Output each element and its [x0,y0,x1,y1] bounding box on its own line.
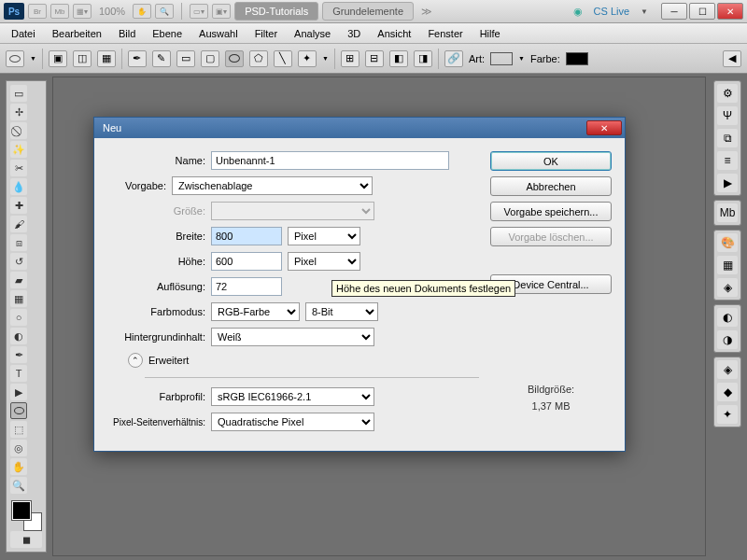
breite-unit-select[interactable]: Pixel [288,227,360,245]
minimize-button[interactable]: ─ [661,3,687,20]
workspace-tab-2[interactable]: Grundelemente [322,2,414,21]
path-select-icon[interactable]: ▶ [10,384,27,400]
history-panel-icon[interactable]: ≡ [717,151,738,170]
healing-tool-icon[interactable]: ✚ [10,197,27,214]
wand-tool-icon[interactable]: ✨ [10,141,27,158]
vorgabe-loeschen-button[interactable]: Vorgabe löschen... [490,227,612,246]
crop-tool-icon[interactable]: ✂ [10,160,27,176]
zoom-tool-icon[interactable]: 🔍 [155,4,174,19]
adjust2-panel-icon[interactable]: ◑ [717,330,738,349]
hand-tool-icon[interactable]: ✋ [133,4,151,19]
channels-panel-icon[interactable]: ◆ [717,383,738,401]
hand-tool-icon[interactable]: ✋ [10,458,27,475]
workspace-tab-psd[interactable]: PSD-Tutorials [234,2,318,21]
swatches-panel-icon[interactable]: ▦ [717,256,738,274]
farbmodus-bit-select[interactable]: 8-Bit [305,302,378,321]
bridge-icon[interactable]: Br [28,4,47,19]
menu-bearbeiten[interactable]: Bearbeiten [45,25,109,42]
chevron-down-icon[interactable]: ▼ [518,55,525,62]
vorgabe-select[interactable]: Zwischenablage [172,176,373,195]
blur-tool-icon[interactable]: ○ [10,309,27,326]
stamp-tool-icon[interactable]: ⧇ [10,234,27,251]
lasso-tool-icon[interactable]: ⃠ [10,122,27,139]
menu-ansicht[interactable]: Ansicht [370,25,418,42]
custom-shape-icon[interactable]: ✦ [298,50,317,67]
adjustments-panel-icon[interactable]: ⚙ [717,84,738,103]
clonesrc-panel-icon[interactable]: ⧉ [717,129,738,147]
combine-intersect-icon[interactable]: ◧ [389,50,408,67]
shape-tool-icon[interactable] [10,402,27,419]
polygon-shape-icon[interactable]: ⬠ [249,50,268,67]
paths-icon[interactable]: ◫ [73,50,92,67]
menu-filter[interactable]: Filter [247,25,285,42]
chevron-down-icon[interactable]: ▼ [322,55,329,62]
brushes-panel-icon[interactable]: Ψ [717,106,738,125]
name-input[interactable] [211,151,449,170]
move-tool-icon[interactable]: ✢ [10,104,27,120]
line-shape-icon[interactable]: ╲ [274,50,292,67]
type-tool-icon[interactable]: T [10,365,27,382]
ellipse-shape-icon[interactable] [225,50,244,67]
gradient-tool-icon[interactable]: ▦ [10,290,27,307]
menu-datei[interactable]: Datei [4,25,43,42]
marquee-tool-icon[interactable]: ▭ [10,85,27,102]
arrange-icon[interactable]: ▭▾ [190,4,208,19]
more-workspaces-icon[interactable]: ≫ [417,6,436,18]
menu-hilfe[interactable]: Hilfe [472,25,508,42]
dialog-titlebar[interactable]: Neu ✕ [94,118,625,138]
styles-panel-icon[interactable]: ◈ [717,278,738,297]
paths-panel-icon[interactable]: ✦ [717,405,738,424]
menu-bild[interactable]: Bild [111,25,143,42]
combine-subtract-icon[interactable]: ⊟ [365,50,384,67]
vorgabe-speichern-button[interactable]: Vorgabe speichern... [490,202,612,221]
menu-3d[interactable]: 3D [340,25,368,42]
style-swatch[interactable] [490,52,513,65]
combine-exclude-icon[interactable]: ◨ [414,50,432,67]
hoehe-input[interactable] [211,252,282,271]
rect-shape-icon[interactable]: ▭ [176,50,195,67]
ok-button[interactable]: OK [490,151,612,171]
hg-select[interactable]: Weiß [211,328,374,346]
masks-panel-icon[interactable]: ◐ [717,308,738,327]
combine-add-icon[interactable]: ⊞ [341,50,359,67]
eraser-tool-icon[interactable]: ▰ [10,272,27,288]
menu-auswahl[interactable]: Auswahl [191,25,246,42]
3d-camera-icon[interactable]: ◎ [10,440,27,456]
farbprofil-select[interactable]: sRGB IEC61966-2.1 [211,387,374,406]
aufloesung-input[interactable] [211,277,282,296]
color-panel-icon[interactable]: 🎨 [717,233,738,252]
minibridge-icon[interactable]: Mb [50,4,69,19]
pen-tool-icon[interactable]: ✒ [10,346,27,363]
menu-analyse[interactable]: Analyse [287,25,338,42]
cslive-button[interactable]: CS Live [586,6,638,17]
fill-pixels-icon[interactable]: ▦ [97,50,116,67]
chevron-down-icon[interactable]: ▼ [641,7,648,16]
roundrect-shape-icon[interactable]: ▢ [201,50,219,67]
menu-fenster[interactable]: Fenster [420,25,470,42]
link-style-icon[interactable]: 🔗 [444,50,463,67]
farbmodus-select[interactable]: RGB-Farbe [211,302,300,321]
shape-layers-icon[interactable]: ▣ [49,50,67,67]
freeform-pen-icon[interactable]: ✎ [152,50,171,67]
quickmask-icon[interactable]: ◼ [10,531,42,548]
dialog-close-button[interactable]: ✕ [586,120,622,135]
erweitert-toggle[interactable]: ⌃ [128,353,143,368]
zoom-level[interactable]: 100% [95,6,129,17]
abbrechen-button[interactable]: Abbrechen [490,176,612,196]
color-picker[interactable] [10,499,42,529]
minibridge-panel-icon[interactable]: Mb [717,203,738,222]
chevron-down-icon[interactable]: ▼ [30,55,36,62]
options-collapse-icon[interactable]: ◀ [723,50,741,67]
eyedropper-tool-icon[interactable]: 💧 [10,178,27,195]
fg-color-swatch[interactable] [12,501,31,520]
pixelar-select[interactable]: Quadratische Pixel [211,413,374,431]
zoom-tool-icon[interactable]: 🔍 [10,477,27,494]
maximize-button[interactable]: ☐ [689,3,715,20]
screenmode-icon[interactable]: ▣▾ [212,4,231,19]
hoehe-unit-select[interactable]: Pixel [288,252,360,271]
brush-tool-icon[interactable]: 🖌 [10,216,27,232]
viewmode-icon[interactable]: ▦▾ [73,4,92,19]
breite-input[interactable] [211,227,282,245]
pen-icon[interactable]: ✒ [128,50,147,67]
menu-ebene[interactable]: Ebene [145,25,190,42]
